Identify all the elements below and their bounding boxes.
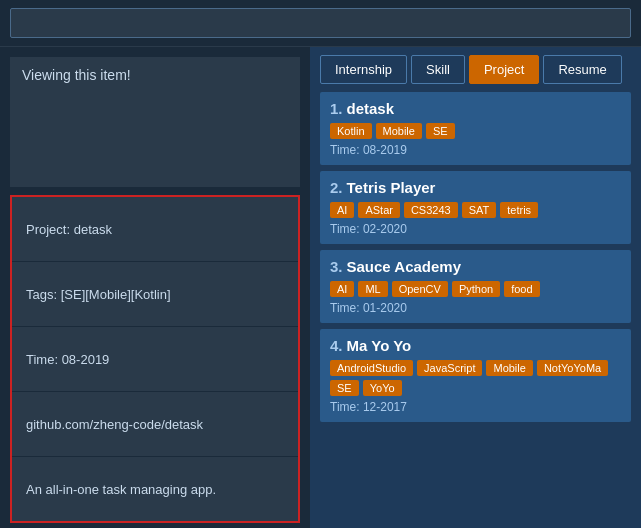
item-number: 2. <box>330 179 343 196</box>
filter-btn-resume[interactable]: Resume <box>543 55 621 84</box>
detail-github: github.com/zheng-code/detask <box>12 392 298 457</box>
main-layout: Viewing this item! Project: detask Tags:… <box>0 47 641 528</box>
item-number: 1. <box>330 100 343 117</box>
detail-tags: Tags: [SE][Mobile][Kotlin] <box>12 262 298 327</box>
item-time: Time: 08-2019 <box>330 143 621 157</box>
tag[interactable]: AndroidStudio <box>330 360 413 376</box>
search-bar <box>0 0 641 47</box>
tag[interactable]: AStar <box>358 202 400 218</box>
tag[interactable]: JavaScript <box>417 360 482 376</box>
right-panel: InternshipSkillProjectResume 1.detaskKot… <box>310 47 641 528</box>
search-input[interactable] <box>10 8 631 38</box>
tags-row: KotlinMobileSE <box>330 123 621 139</box>
viewing-message: Viewing this item! <box>10 57 300 187</box>
list-item[interactable]: 4.Ma Yo YoAndroidStudioJavaScriptMobileN… <box>320 329 631 422</box>
detail-project: Project: detask <box>12 197 298 262</box>
tag[interactable]: Mobile <box>376 123 422 139</box>
tag[interactable]: ML <box>358 281 387 297</box>
item-title: 4.Ma Yo Yo <box>330 337 621 354</box>
tag[interactable]: Mobile <box>486 360 532 376</box>
filter-btn-internship[interactable]: Internship <box>320 55 407 84</box>
tags-row: AIAStarCS3243SATtetris <box>330 202 621 218</box>
tag[interactable]: Kotlin <box>330 123 372 139</box>
item-name: Tetris Player <box>347 179 436 196</box>
tag[interactable]: food <box>504 281 539 297</box>
item-name: Sauce Academy <box>347 258 462 275</box>
items-list: 1.detaskKotlinMobileSETime: 08-20192.Tet… <box>310 92 641 528</box>
list-item[interactable]: 3.Sauce AcademyAIMLOpenCVPythonfoodTime:… <box>320 250 631 323</box>
tag[interactable]: tetris <box>500 202 538 218</box>
item-time: Time: 12-2017 <box>330 400 621 414</box>
left-panel: Viewing this item! Project: detask Tags:… <box>0 47 310 528</box>
item-title: 3.Sauce Academy <box>330 258 621 275</box>
list-item[interactable]: 2.Tetris PlayerAIAStarCS3243SATtetrisTim… <box>320 171 631 244</box>
filter-btn-skill[interactable]: Skill <box>411 55 465 84</box>
tag[interactable]: CS3243 <box>404 202 458 218</box>
item-name: detask <box>347 100 395 117</box>
tag[interactable]: SE <box>330 380 359 396</box>
tag[interactable]: Python <box>452 281 500 297</box>
tag[interactable]: AI <box>330 281 354 297</box>
detail-time: Time: 08-2019 <box>12 327 298 392</box>
item-number: 4. <box>330 337 343 354</box>
item-title: 1.detask <box>330 100 621 117</box>
tags-row: AndroidStudioJavaScriptMobileNotYoYoMaSE… <box>330 360 621 396</box>
filter-buttons: InternshipSkillProjectResume <box>310 47 641 92</box>
detail-box: Project: detask Tags: [SE][Mobile][Kotli… <box>10 195 300 523</box>
tag[interactable]: YoYo <box>363 380 402 396</box>
tag[interactable]: OpenCV <box>392 281 448 297</box>
tags-row: AIMLOpenCVPythonfood <box>330 281 621 297</box>
item-name: Ma Yo Yo <box>347 337 412 354</box>
item-time: Time: 01-2020 <box>330 301 621 315</box>
item-number: 3. <box>330 258 343 275</box>
tag[interactable]: SAT <box>462 202 497 218</box>
item-time: Time: 02-2020 <box>330 222 621 236</box>
tag[interactable]: SE <box>426 123 455 139</box>
filter-btn-project[interactable]: Project <box>469 55 539 84</box>
detail-description: An all-in-one task managing app. <box>12 457 298 521</box>
tag[interactable]: AI <box>330 202 354 218</box>
item-title: 2.Tetris Player <box>330 179 621 196</box>
tag[interactable]: NotYoYoMa <box>537 360 608 376</box>
list-item[interactable]: 1.detaskKotlinMobileSETime: 08-2019 <box>320 92 631 165</box>
